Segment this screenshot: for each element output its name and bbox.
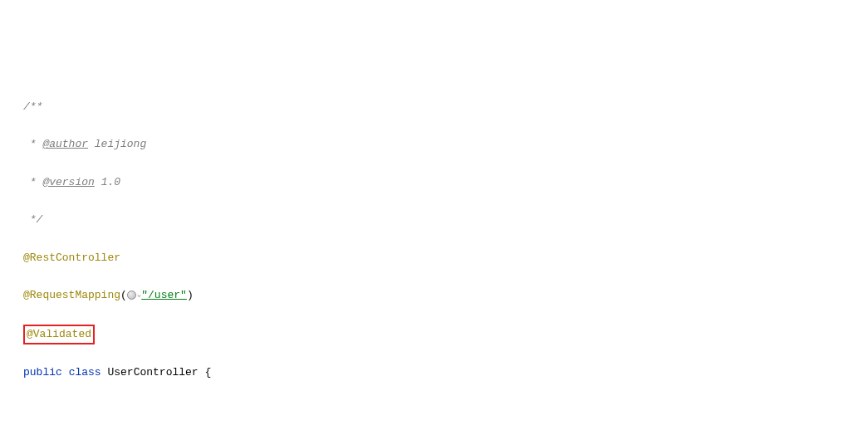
doc-version-tag: @version [42, 176, 94, 188]
annotation-validated: @Validated [27, 328, 91, 340]
code-line: */ [23, 211, 868, 230]
doc-author-tag: @author [42, 138, 88, 150]
highlight-box-validated: @Validated [23, 325, 95, 344]
code-line: @RequestMapping(⌄"/user") [23, 286, 868, 305]
annotation-rest: @RestController [23, 252, 120, 264]
doc-author-val: leijiong [88, 138, 146, 150]
comment-text: /** [23, 100, 42, 113]
comment-text: */ [23, 213, 42, 226]
string-user: "/user" [141, 289, 187, 301]
kw-class: class [69, 366, 101, 379]
code-editor[interactable]: /** * @author leijiong * @version 1.0 */… [0, 79, 868, 425]
code-line [23, 401, 868, 420]
class-name: UserController [107, 366, 198, 379]
code-line: /** [23, 98, 868, 117]
kw-public: public [23, 366, 62, 379]
globe-icon[interactable] [127, 291, 136, 300]
code-line: @Validated [23, 325, 868, 344]
code-line: public class UserController { [23, 364, 868, 383]
code-line: * @version 1.0 [23, 173, 868, 193]
code-line: @RestController [23, 249, 868, 268]
code-line: * @author leijiong [23, 135, 868, 154]
doc-version-val: 1.0 [95, 176, 120, 188]
annotation-reqmap: @RequestMapping [23, 289, 120, 301]
